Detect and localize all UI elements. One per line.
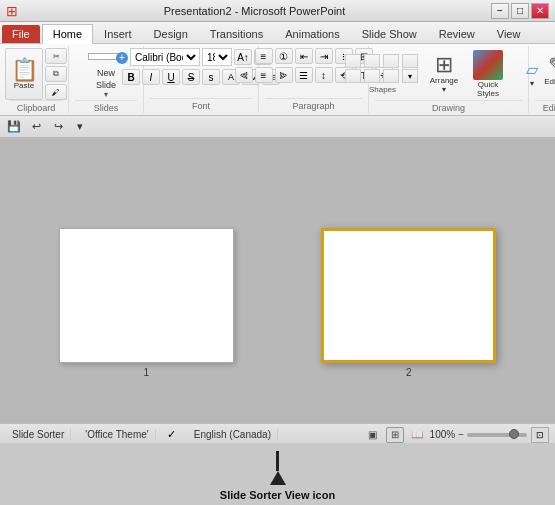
editing-button[interactable]: ✎ Editing ▾	[537, 48, 556, 100]
zoom-control: 100% −	[430, 429, 527, 440]
slide-1-number: 1	[143, 367, 149, 378]
tab-view[interactable]: View	[486, 24, 532, 43]
main-area: 1 2	[0, 138, 555, 468]
tab-animations[interactable]: Animations	[274, 24, 350, 43]
quick-styles-icon	[473, 50, 503, 80]
slide-2-wrapper: 2	[321, 228, 496, 378]
tab-design[interactable]: Design	[143, 24, 199, 43]
new-slide-label: New	[97, 68, 115, 78]
theme-status: 'Office Theme'	[79, 429, 155, 440]
shape-item[interactable]	[402, 54, 418, 68]
app-icon: ⊞	[6, 3, 18, 19]
tab-review[interactable]: Review	[428, 24, 486, 43]
numbering-button[interactable]: ①	[275, 48, 293, 64]
shape-item[interactable]	[345, 54, 361, 68]
tab-slide-show[interactable]: Slide Show	[351, 24, 428, 43]
editing-group-label: Editing	[535, 100, 555, 113]
editing-group: ✎ Editing ▾ Editing	[529, 46, 555, 113]
language-status: English (Canada)	[188, 429, 278, 440]
zoom-slider[interactable]	[467, 433, 527, 437]
tab-transitions[interactable]: Transitions	[199, 24, 274, 43]
align-center-button[interactable]: ≡	[255, 67, 273, 83]
slide-2-thumbnail[interactable]	[321, 228, 496, 363]
customize-qa-button[interactable]: ▾	[70, 118, 90, 136]
status-right-area: ▣ ⊞ 📖 100% − ⊡	[364, 427, 549, 443]
italic-button[interactable]: I	[142, 69, 160, 85]
clipboard-label: Clipboard	[10, 100, 62, 113]
quick-access-toolbar: 💾 ↩ ↪ ▾	[0, 116, 555, 138]
reading-view-button[interactable]: 📖	[408, 427, 426, 443]
justify-button[interactable]: ☰	[295, 67, 313, 83]
paste-icon: 📋	[11, 59, 38, 81]
underline-button[interactable]: U	[162, 69, 180, 85]
shape-item[interactable]	[364, 54, 380, 68]
new-slide-icon	[88, 53, 124, 60]
title-bar: ⊞ Presentation2 - Microsoft PowerPoint −…	[0, 0, 555, 22]
ribbon-tabs: File Home Insert Design Transitions Anim…	[0, 22, 555, 44]
arrange-dropdown[interactable]: ▾	[442, 85, 446, 94]
arrow-line	[276, 451, 279, 471]
quick-styles-label2: Styles	[477, 89, 499, 98]
undo-qa-button[interactable]: ↩	[26, 118, 46, 136]
clipboard-group: 📋 Paste ✂ ⧉ 🖌 Clipboard	[4, 46, 69, 113]
shape-item[interactable]	[364, 69, 380, 83]
shape-item[interactable]: ▾	[402, 69, 418, 83]
clipboard-small-buttons: ✂ ⧉ 🖌	[45, 48, 67, 100]
cut-button[interactable]: ✂	[45, 48, 67, 64]
ribbon-body: 📋 Paste ✂ ⧉ 🖌 Clipboard New Slide ▾ Slid…	[0, 44, 555, 116]
font-label: Font	[150, 98, 252, 111]
slide-label: Slide	[96, 80, 116, 90]
close-btn[interactable]: ✕	[531, 3, 549, 19]
bold-button[interactable]: B	[122, 69, 140, 85]
strikethrough-button[interactable]: S	[182, 69, 200, 85]
fit-window-button[interactable]: ⊡	[531, 427, 549, 443]
redo-qa-button[interactable]: ↪	[48, 118, 68, 136]
quick-styles-button[interactable]: Quick Styles	[468, 48, 508, 100]
slide-sorter-status: Slide Sorter	[6, 429, 71, 440]
annotation-text: Slide Sorter View icon	[220, 489, 335, 501]
status-bar: Slide Sorter 'Office Theme' ✓ English (C…	[0, 423, 555, 445]
align-left-button[interactable]: ⫷	[235, 67, 253, 83]
annotation-arrow	[270, 451, 286, 487]
shape-item[interactable]	[383, 54, 399, 68]
slide-dropdown-arrow[interactable]: ▾	[104, 90, 108, 99]
tab-home[interactable]: Home	[42, 24, 93, 44]
drawing-content: ▾ Shapes ⊞ Arrange ▾ Quick Styles ▱ ▾	[345, 48, 552, 100]
align-right-button[interactable]: ⫸	[275, 67, 293, 83]
quick-styles-label: Quick	[478, 80, 498, 89]
font-family-select[interactable]: Calibri (Body)	[130, 48, 200, 66]
drawing-group: ▾ Shapes ⊞ Arrange ▾ Quick Styles ▱ ▾ Dr…	[369, 46, 529, 113]
copy-button[interactable]: ⧉	[45, 66, 67, 82]
paste-label: Paste	[14, 81, 34, 90]
save-qa-button[interactable]: 💾	[4, 118, 24, 136]
annotation-area: Slide Sorter View icon	[0, 443, 555, 505]
tab-insert[interactable]: Insert	[93, 24, 143, 43]
line-spacing-button[interactable]: ↕	[315, 67, 333, 83]
shape-item[interactable]	[383, 69, 399, 83]
editing-label: Editing	[544, 77, 555, 86]
normal-view-button[interactable]: ▣	[364, 427, 382, 443]
slide-2-number: 2	[406, 367, 412, 378]
text-shadow-button[interactable]: s	[202, 69, 220, 85]
slide-1-thumbnail[interactable]	[59, 228, 234, 363]
indent-increase-button[interactable]: ⇥	[315, 48, 333, 64]
format-painter-button[interactable]: 🖌	[45, 84, 67, 100]
zoom-out-button[interactable]: −	[458, 429, 464, 440]
paste-button[interactable]: 📋 Paste	[5, 48, 43, 100]
clipboard-content: 📋 Paste ✂ ⧉ 🖌	[5, 48, 67, 100]
tab-file[interactable]: File	[2, 25, 40, 43]
slide-sorter-view-button[interactable]: ⊞	[386, 427, 404, 443]
editing-content: ✎ Editing ▾	[537, 48, 556, 100]
arrow-head	[270, 471, 286, 485]
zoom-thumb	[509, 429, 519, 439]
arrange-button[interactable]: ⊞ Arrange ▾	[424, 48, 464, 100]
window-title: Presentation2 - Microsoft PowerPoint	[18, 5, 491, 17]
slide-1-wrapper: 1	[59, 228, 234, 378]
arrange-label: Arrange	[430, 76, 458, 85]
maximize-btn[interactable]: □	[511, 3, 529, 19]
font-size-select[interactable]: 18	[202, 48, 232, 66]
shape-item[interactable]	[345, 69, 361, 83]
minimize-btn[interactable]: −	[491, 3, 509, 19]
bullets-button[interactable]: ≡	[255, 48, 273, 64]
indent-decrease-button[interactable]: ⇤	[295, 48, 313, 64]
